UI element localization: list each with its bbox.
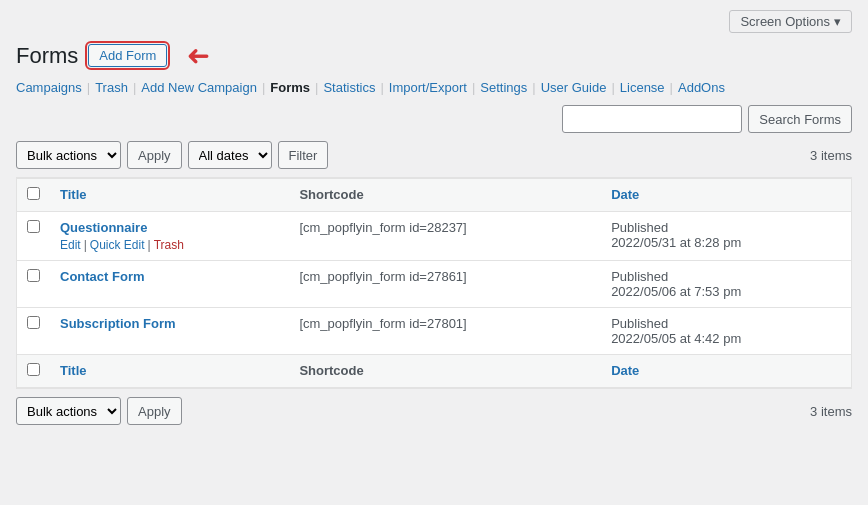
row-title-cell: QuestionnaireEdit|Quick Edit|Trash xyxy=(50,212,289,261)
bottom-bar: Bulk actions Apply 3 items xyxy=(16,397,852,425)
row-checkbox-cell xyxy=(17,308,50,355)
screen-options-label: Screen Options xyxy=(740,14,830,29)
edit-link[interactable]: Edit xyxy=(60,238,81,252)
nav-sep-3: | xyxy=(262,80,265,95)
select-all-checkbox[interactable] xyxy=(27,187,40,200)
col-footer-date: Date xyxy=(601,355,851,388)
nav-item-statistics[interactable]: Statistics xyxy=(323,80,375,95)
col-header-title: Title xyxy=(50,179,289,212)
nav-item-settings[interactable]: Settings xyxy=(480,80,527,95)
search-forms-button[interactable]: Search Forms xyxy=(748,105,852,133)
bottom-left: Bulk actions Apply xyxy=(16,397,182,425)
col-footer-shortcode: Shortcode xyxy=(289,355,601,388)
nav-item-add-campaign[interactable]: Add New Campaign xyxy=(141,80,257,95)
nav-sep-8: | xyxy=(611,80,614,95)
nav-menu: Campaigns | Trash | Add New Campaign | F… xyxy=(16,80,852,95)
search-row: Search Forms xyxy=(16,105,852,133)
row-shortcode-cell: [cm_popflyin_form id=27801] xyxy=(289,308,601,355)
table-row: Contact Form[cm_popflyin_form id=27861]P… xyxy=(17,261,851,308)
nav-item-forms: Forms xyxy=(270,80,310,95)
red-arrow-icon: ➜ xyxy=(187,39,210,72)
row-shortcode-cell: [cm_popflyin_form id=28237] xyxy=(289,212,601,261)
form-title-link[interactable]: Subscription Form xyxy=(60,316,176,331)
nav-sep-7: | xyxy=(532,80,535,95)
filter-left: Bulk actions Apply All dates Filter xyxy=(16,141,328,169)
items-count-top: 3 items xyxy=(810,148,852,163)
table-footer-row: Title Shortcode Date xyxy=(17,355,851,388)
screen-options-button[interactable]: Screen Options ▾ xyxy=(729,10,852,33)
bulk-actions-select-bottom[interactable]: Bulk actions xyxy=(16,397,121,425)
items-count-bottom: 3 items xyxy=(810,404,852,419)
col-header-shortcode: Shortcode xyxy=(289,179,601,212)
nav-item-addons[interactable]: AddOns xyxy=(678,80,725,95)
nav-sep-4: | xyxy=(315,80,318,95)
col-footer-title: Title xyxy=(50,355,289,388)
table-row: QuestionnaireEdit|Quick Edit|Trash[cm_po… xyxy=(17,212,851,261)
nav-item-importexport[interactable]: Import/Export xyxy=(389,80,467,95)
nav-sep-9: | xyxy=(670,80,673,95)
bulk-actions-select-top[interactable]: Bulk actions xyxy=(16,141,121,169)
page-title-row: Forms Add Form ➜ xyxy=(16,39,852,72)
table-row: Subscription Form[cm_popflyin_form id=27… xyxy=(17,308,851,355)
form-title-link[interactable]: Contact Form xyxy=(60,269,145,284)
col-header-date: Date xyxy=(601,179,851,212)
row-date-cell: Published2022/05/31 at 8:28 pm xyxy=(601,212,851,261)
all-dates-select[interactable]: All dates xyxy=(188,141,272,169)
table-header-row: Title Shortcode Date xyxy=(17,179,851,212)
screen-options-bar: Screen Options ▾ xyxy=(16,10,852,33)
nav-sep-2: | xyxy=(133,80,136,95)
row-checkbox[interactable] xyxy=(27,220,40,233)
nav-item-campaigns[interactable]: Campaigns xyxy=(16,80,82,95)
row-checkbox-cell xyxy=(17,212,50,261)
apply-button-top[interactable]: Apply xyxy=(127,141,182,169)
select-all-checkbox-cell xyxy=(17,179,50,212)
select-all-footer-checkbox-cell xyxy=(17,355,50,388)
arrow-annotation: ➜ xyxy=(187,39,210,72)
nav-sep-1: | xyxy=(87,80,90,95)
nav-sep-5: | xyxy=(380,80,383,95)
row-checkbox-cell xyxy=(17,261,50,308)
row-checkbox[interactable] xyxy=(27,269,40,282)
row-title-cell: Subscription Form xyxy=(50,308,289,355)
forms-table-wrapper: Title Shortcode Date QuestionnaireEdit|Q… xyxy=(16,177,852,389)
row-checkbox[interactable] xyxy=(27,316,40,329)
apply-button-bottom[interactable]: Apply xyxy=(127,397,182,425)
quick-edit-link[interactable]: Quick Edit xyxy=(90,238,145,252)
nav-item-userguide[interactable]: User Guide xyxy=(541,80,607,95)
search-input[interactable] xyxy=(562,105,742,133)
page-title: Forms xyxy=(16,43,78,69)
action-sep-2: | xyxy=(148,238,151,252)
forms-table: Title Shortcode Date QuestionnaireEdit|Q… xyxy=(17,178,851,388)
nav-sep-6: | xyxy=(472,80,475,95)
form-title-link[interactable]: Questionnaire xyxy=(60,220,147,235)
row-date-cell: Published2022/05/06 at 7:53 pm xyxy=(601,261,851,308)
trash-link[interactable]: Trash xyxy=(154,238,184,252)
row-title-cell: Contact Form xyxy=(50,261,289,308)
row-date-cell: Published2022/05/05 at 4:42 pm xyxy=(601,308,851,355)
filter-button[interactable]: Filter xyxy=(278,141,329,169)
filter-bar-top: Bulk actions Apply All dates Filter 3 it… xyxy=(16,141,852,169)
action-sep-1: | xyxy=(84,238,87,252)
row-actions: Edit|Quick Edit|Trash xyxy=(60,238,279,252)
nav-item-license[interactable]: License xyxy=(620,80,665,95)
screen-options-arrow: ▾ xyxy=(834,14,841,29)
select-all-footer-checkbox[interactable] xyxy=(27,363,40,376)
row-shortcode-cell: [cm_popflyin_form id=27861] xyxy=(289,261,601,308)
nav-item-trash[interactable]: Trash xyxy=(95,80,128,95)
add-form-button[interactable]: Add Form xyxy=(88,44,167,67)
